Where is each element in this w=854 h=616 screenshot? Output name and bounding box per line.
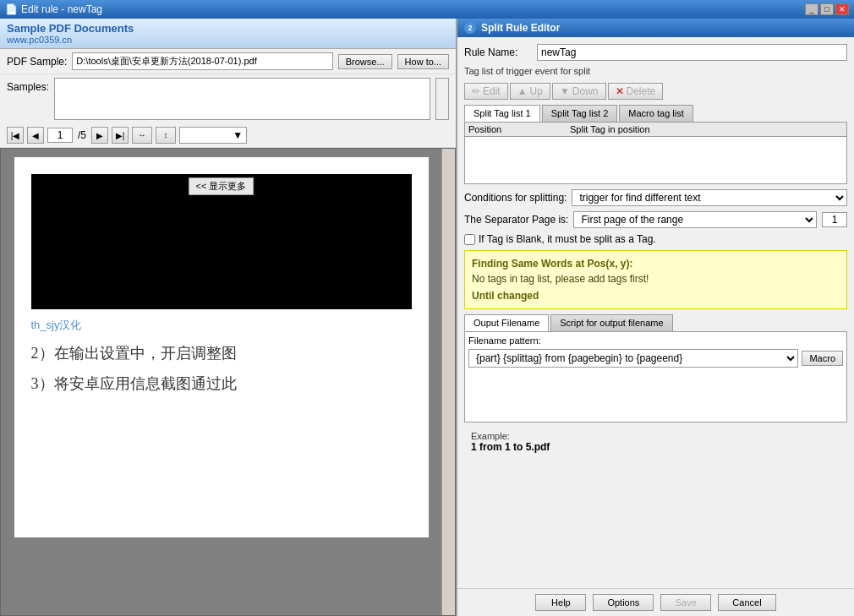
rule-name-row: Rule Name: [464, 44, 847, 61]
left-panel: Sample PDF Documents www.pc0359.cn PDF S… [0, 19, 457, 616]
page-input[interactable] [47, 128, 73, 143]
example-box: Example: 1 from 1 to 5.pdf [464, 428, 847, 456]
delete-label: Delete [627, 85, 656, 97]
browse-button[interactable]: Browse... [338, 54, 392, 69]
zoom-dropdown[interactable]: ▼ [179, 127, 247, 144]
rule-name-label: Rule Name: [464, 46, 532, 58]
samples-row: Samples: [0, 74, 456, 123]
up-button[interactable]: ▲ Up [510, 83, 550, 100]
pdf-watermark: th_sjy汉化 [31, 318, 412, 333]
checkbox-row: If Tag is Blank, it must be split as a T… [464, 233, 847, 245]
prev-page-button[interactable]: ◀ [27, 127, 44, 144]
separator-label: The Separator Page is: [464, 214, 568, 226]
pdf-text-line-1: 2）在输出设置中，开启调整图 [31, 343, 412, 363]
tag-table-body [465, 137, 846, 183]
delete-icon: ✕ [616, 85, 624, 97]
tab-split-list-1[interactable]: Split Tag list 1 [464, 105, 540, 122]
fit-height-button[interactable]: ↕ [156, 127, 176, 144]
pdf-label: PDF Sample: [7, 56, 67, 68]
example-label: Example: [471, 431, 840, 441]
tab-container: Split Tag list 1 Split Tag list 2 Macro … [464, 105, 847, 122]
filename-row: {part} {splittag} from {pagebegin} to {p… [468, 349, 843, 368]
cancel-button[interactable]: Cancel [718, 594, 775, 611]
info-title: Finding Same Words at Pos(x, y): [472, 258, 840, 270]
left-header: Sample PDF Documents www.pc0359.cn [0, 19, 456, 49]
tag-table: Position Split Tag in position [464, 122, 847, 184]
edit-button[interactable]: ✏ Edit [464, 83, 508, 100]
info-box: Finding Same Words at Pos(x, y): No tags… [464, 250, 847, 309]
pdf-text-line-2: 3）将安卓应用信息截图通过此 [31, 373, 412, 394]
separator-select[interactable]: First page of the range [573, 211, 817, 228]
info-until: Until changed [472, 290, 840, 302]
last-page-button[interactable]: ▶| [112, 127, 129, 144]
pdf-scroll-v[interactable] [441, 149, 455, 615]
col-split: Split Tag in position [570, 124, 843, 134]
output-tab-container: Ouput Filename Script for output filenam… [464, 314, 847, 331]
down-icon: ▼ [560, 85, 570, 97]
blank-tag-checkbox[interactable] [464, 234, 475, 245]
right-content: Rule Name: Tag list of trigger event for… [457, 37, 854, 588]
checkbox-label: If Tag is Blank, it must be split as a T… [479, 233, 656, 245]
zoom-chevron-icon: ▼ [233, 129, 243, 141]
save-button[interactable]: Save [660, 594, 711, 611]
delete-button[interactable]: ✕ Delete [608, 83, 664, 100]
options-button[interactable]: Options [593, 594, 654, 611]
split-tab-section: Split Tag list 1 Split Tag list 2 Macro … [464, 105, 847, 184]
separator-num-input[interactable] [822, 212, 847, 227]
filename-select[interactable]: {part} {splittag} from {pagebegin} to {p… [468, 349, 798, 368]
fit-width-button[interactable]: ↔ [132, 127, 152, 144]
first-page-button[interactable]: |◀ [7, 127, 24, 144]
up-label: Up [530, 85, 543, 97]
title-bar-controls: _ □ ✕ [805, 3, 849, 15]
col-position: Position [468, 124, 570, 134]
right-title-bar: 2 Split Rule Editor [457, 19, 854, 37]
show-more-button[interactable]: << 显示更多 [189, 177, 255, 195]
editor-title: Split Rule Editor [481, 22, 560, 34]
tab-split-list-2[interactable]: Split Tag list 2 [542, 105, 618, 122]
down-label: Down [572, 85, 599, 97]
down-button[interactable]: ▼ Down [552, 83, 606, 100]
editor-icon: 2 [464, 22, 476, 34]
conditions-label: Conditions for splitting: [464, 192, 567, 204]
tab-output-filename[interactable]: Ouput Filename [464, 314, 549, 331]
samples-label: Samples: [7, 78, 49, 93]
filename-extra-area [468, 368, 843, 418]
minimize-button[interactable]: _ [805, 3, 818, 15]
next-page-button[interactable]: ▶ [91, 127, 108, 144]
nav-bar: |◀ ◀ /5 ▶ ▶| ↔ ↕ ▼ [0, 123, 456, 148]
window-title: Edit rule - newTag [21, 3, 102, 15]
rule-name-input[interactable] [537, 44, 847, 61]
pdf-page: << 显示更多 th_sjy汉化 2）在输出设置中，开启调整图 3）将安卓应用信… [14, 157, 429, 537]
main-container: Sample PDF Documents www.pc0359.cn PDF S… [0, 19, 854, 616]
pdf-preview: << 显示更多 th_sjy汉化 2）在输出设置中，开启调整图 3）将安卓应用信… [0, 148, 456, 616]
title-bar: 📄 Edit rule - newTag _ □ ✕ [0, 0, 854, 19]
close-button[interactable]: ✕ [835, 3, 849, 15]
macro-button[interactable]: Macro [802, 351, 843, 366]
samples-scroll[interactable] [435, 78, 449, 120]
separator-row: The Separator Page is: First page of the… [464, 211, 847, 228]
brand-name: Sample PDF Documents [7, 22, 449, 35]
title-bar-left: 📄 Edit rule - newTag [5, 3, 102, 15]
tab-script-filename[interactable]: Script for output filename [550, 314, 672, 331]
samples-box [54, 78, 430, 120]
info-text: No tags in tag list, please add tags fir… [472, 273, 840, 285]
conditions-select[interactable]: trigger for find different text [572, 189, 847, 206]
edit-icon: ✏ [472, 85, 480, 97]
pdf-black-area: << 显示更多 [31, 174, 412, 309]
filename-pattern-label: Filename pattern: [468, 335, 843, 346]
howto-button[interactable]: How to... [397, 54, 449, 69]
footer-row: Help Options Save Cancel [457, 588, 854, 616]
brand-url: www.pc0359.cn [7, 35, 449, 45]
maximize-button[interactable]: □ [820, 3, 834, 15]
filename-box: Filename pattern: {part} {splittag} from… [464, 331, 847, 422]
pdf-path: D:\tools\桌面\安卓更新方法(2018-07-01).pdf [72, 52, 332, 70]
edit-label: Edit [483, 85, 501, 97]
tab-macro-list[interactable]: Macro tag list [619, 105, 693, 122]
pdf-row: PDF Sample: D:\tools\桌面\安卓更新方法(2018-07-0… [0, 49, 456, 74]
output-section: Ouput Filename Script for output filenam… [464, 314, 847, 422]
page-total: /5 [78, 129, 86, 141]
tag-list-label: Tag list of trigger event for split [464, 66, 847, 76]
help-button[interactable]: Help [535, 594, 586, 611]
app-icon: 📄 [5, 3, 18, 15]
right-panel: 2 Split Rule Editor Rule Name: Tag list … [457, 19, 854, 616]
